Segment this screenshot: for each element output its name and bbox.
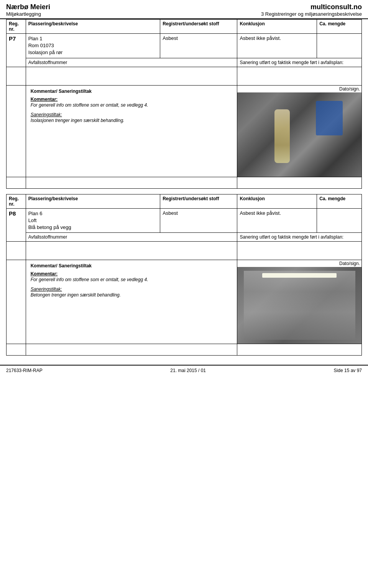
org-name: Nærbø Meieri (6, 3, 50, 11)
main-content: Reg. nr. Plassering/beskrivelse Registre… (0, 19, 368, 362)
p8-kommentar-photo-row: Kommentar/ Saneringstiltak Kommentar: Fo… (7, 260, 362, 344)
p7-kommentar-cell: Kommentar/ Saneringstiltak Kommentar: Fo… (26, 85, 237, 177)
record-p7: Reg. nr. Plassering/beskrivelse Registre… (6, 19, 362, 189)
p8-camengde (317, 208, 362, 233)
p8-dato-sign: Dato/sign. (237, 260, 361, 267)
section-separator (6, 189, 362, 194)
p8-konklusjon: Asbest ikke påvist. (237, 208, 317, 233)
domain: multiconsult.no (261, 3, 362, 11)
p8-kommentar-section: Kommentar/ Saneringstiltak Kommentar: Fo… (28, 262, 235, 299)
p8-kommentar-cell: Kommentar/ Saneringstiltak Kommentar: Fo… (26, 260, 237, 344)
header-left: Nærbø Meieri Miljøkartlegging (6, 3, 50, 17)
p7-photo (237, 92, 361, 177)
col-registrert-header: Registrert/undersøkt stoff (160, 20, 237, 34)
p8-kommentar-body: For generell info om stoffene som er omt… (31, 277, 148, 282)
table-row: P7 Plan 1 Rom 01073 Isolasjon på rør Asb… (7, 34, 362, 58)
footer-page: Side 15 av 97 (334, 368, 362, 373)
table-p8: Reg. nr. Plassering/beskrivelse Registre… (6, 194, 362, 356)
p7-registrert: Asbest (160, 34, 237, 58)
p8-photo-dato-cell: Dato/sign. (237, 260, 362, 344)
p8-saneringstiltak-label: Saneringstiltak: (31, 287, 62, 292)
domain-section: 3 Registreringer og miljøsaneringsbeskri… (261, 11, 362, 17)
col-plassering-header-p8: Plassering/beskrivelse (26, 194, 160, 208)
col-plassering-header: Plassering/beskrivelse (26, 20, 160, 34)
p7-bottom-row (7, 177, 362, 188)
p8-avfall-row: Avfallsstoffnummer Sanering utført og fa… (7, 233, 362, 242)
p8-saneringstiltak-body: Betongen trenger ingen særskilt behandli… (31, 292, 121, 298)
p7-dato-sign: Dato/sign. (237, 86, 361, 92)
footer-date: 21. mai 2015 / 01 (170, 368, 206, 373)
p7-avfallsstoffnummer-label: Avfallsstoffnummer (26, 58, 237, 67)
table-p7: Reg. nr. Plassering/beskrivelse Registre… (6, 19, 362, 189)
p7-photo-dato-cell: Dato/sign. (237, 85, 362, 177)
p8-bottom-row (7, 344, 362, 356)
p7-kommentar-photo-row: Kommentar/ Saneringstiltak Kommentar: Fo… (7, 85, 362, 177)
record-p8: Reg. nr. Plassering/beskrivelse Registre… (6, 194, 362, 356)
p7-saneringstiltak-body: Isolasjonen trenger ingen særskilt behan… (31, 118, 125, 123)
p8-plassering: Plan 6 Loft Blå betong på vegg (26, 208, 160, 233)
col-regnr-header: Reg. nr. (7, 20, 26, 34)
col-registrert-header-p8: Registrert/undersøkt stoff (160, 194, 237, 208)
p7-konklusjon: Asbest ikke påvist. (237, 34, 317, 58)
table-row-p8: P8 Plan 6 Loft Blå betong på vegg Asbest… (7, 208, 362, 233)
p7-kommentar-section: Kommentar/ Saneringstiltak Kommentar: Fo… (28, 87, 235, 125)
p8-kommentar-heading: Kommentar/ Saneringstiltak (31, 263, 233, 268)
table-header-row: Reg. nr. Plassering/beskrivelse Registre… (7, 20, 362, 34)
p7-saneringstiltak-label: Saneringstiltak: (31, 112, 62, 117)
p7-avfall-row: Avfallsstoffnummer Sanering utført og fa… (7, 58, 362, 67)
p8-kommentar-label: Kommentar: (31, 271, 58, 277)
col-regnr-header-p8: Reg. nr. (7, 194, 26, 208)
col-camengde-header: Ca. mengde (317, 20, 362, 34)
p8-photo (237, 267, 361, 344)
p8-id: P8 (7, 208, 26, 242)
p8-registrert: Asbest (160, 208, 237, 233)
footer-doc-id: 217633-RIM-RAP (6, 368, 43, 373)
p8-sanering-label: Sanering utført og faktisk mengde ført i… (237, 233, 362, 242)
org-subtitle: Miljøkartlegging (6, 11, 50, 17)
p7-kommentar-heading: Kommentar/ Saneringstiltak (31, 89, 233, 94)
page-footer: 217633-RIM-RAP 21. mai 2015 / 01 Side 15… (0, 365, 368, 376)
p7-id: P7 (7, 34, 26, 67)
header-right: multiconsult.no 3 Registreringer og milj… (261, 3, 362, 17)
page-header: Nærbø Meieri Miljøkartlegging multiconsu… (0, 0, 368, 19)
p7-sanering-label: Sanering utført og faktisk mengde ført i… (237, 58, 362, 67)
p7-camengde (317, 34, 362, 58)
p7-plassering: Plan 1 Rom 01073 Isolasjon på rør (26, 34, 160, 58)
p7-space-row (7, 67, 362, 85)
p8-avfallsstoffnummer-label: Avfallsstoffnummer (26, 233, 237, 242)
p7-kommentar-body: For generell info om stoffene som er omt… (31, 102, 148, 108)
p8-space-row (7, 242, 362, 260)
col-konklusjon-header-p8: Konklusjon (237, 194, 317, 208)
col-konklusjon-header: Konklusjon (237, 20, 317, 34)
col-camengde-header-p8: Ca. mengde (317, 194, 362, 208)
p7-kommentar-label: Kommentar: (31, 97, 58, 102)
table-header-row-p8: Reg. nr. Plassering/beskrivelse Registre… (7, 194, 362, 208)
